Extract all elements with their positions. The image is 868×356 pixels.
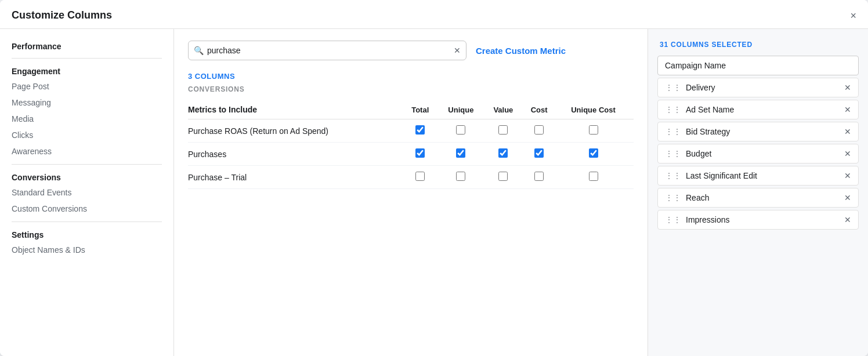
col-header-unique-cost: Unique Cost (559, 100, 634, 119)
col-item-label: Ad Set Name (686, 105, 844, 114)
checkbox-purchases-cost[interactable] (525, 143, 559, 166)
col-header-total: Total (406, 100, 440, 119)
main-content: 🔍 ✕ Create Custom Metric 3 COLUMNS CONVE… (174, 29, 648, 356)
checkbox-purchases-unique[interactable] (440, 143, 487, 166)
drag-handle-icon[interactable]: ⋮⋮ (665, 83, 681, 92)
modal-title: Customize Columns (12, 9, 112, 21)
checkbox-roas-cost[interactable] (525, 119, 559, 143)
col-item-label: Budget (686, 149, 844, 158)
search-input[interactable] (188, 41, 466, 60)
search-bar-row: 🔍 ✕ Create Custom Metric (188, 41, 634, 60)
right-panel: 31 COLUMNS SELECTED Campaign Name ⋮⋮ Del… (648, 29, 868, 356)
checkbox-roas-unique-cost[interactable] (559, 119, 634, 143)
checkbox-trial-unique[interactable] (440, 166, 487, 189)
remove-column-icon[interactable]: ✕ (844, 127, 851, 136)
right-panel-header: 31 COLUMNS SELECTED (648, 38, 868, 56)
table-row: Purchases (188, 143, 634, 166)
sidebar-section-engagement: Engagement (0, 63, 173, 78)
selected-column-impressions: ⋮⋮ Impressions ✕ (657, 210, 859, 230)
search-icon: 🔍 (194, 46, 204, 55)
selected-column-delivery: ⋮⋮ Delivery ✕ (657, 78, 859, 97)
sidebar-section-settings: Settings (0, 227, 173, 242)
drag-handle-icon[interactable]: ⋮⋮ (665, 149, 681, 158)
checkbox-roas-total[interactable] (406, 119, 440, 143)
col-header-value: Value (487, 100, 525, 119)
sidebar-item-awareness[interactable]: Awareness (0, 143, 173, 159)
col-item-label: Campaign Name (665, 61, 851, 70)
sidebar-section-conversions: Conversions (0, 169, 173, 184)
remove-column-icon[interactable]: ✕ (844, 105, 851, 114)
checkbox-trial-unique-cost[interactable] (559, 166, 634, 189)
col-header-cost: Cost (525, 100, 559, 119)
metrics-table: Metrics to Include Total Unique Value Co… (188, 100, 634, 189)
col-header-unique: Unique (440, 100, 487, 119)
drag-handle-icon[interactable]: ⋮⋮ (665, 105, 681, 114)
remove-column-icon[interactable]: ✕ (844, 215, 851, 224)
remove-column-icon[interactable]: ✕ (844, 83, 851, 92)
drag-handle-icon[interactable]: ⋮⋮ (665, 193, 681, 202)
sidebar-item-custom-conversions[interactable]: Custom Conversions (0, 201, 173, 217)
remove-column-icon[interactable]: ✕ (844, 193, 851, 202)
selected-column-ad-set-name: ⋮⋮ Ad Set Name ✕ (657, 100, 859, 119)
checkbox-trial-cost[interactable] (525, 166, 559, 189)
checkbox-trial-total[interactable] (406, 166, 440, 189)
metric-name-purchases: Purchases (188, 143, 406, 166)
sidebar-item-messaging[interactable]: Messaging (0, 95, 173, 111)
col-item-label: Last Significant Edit (686, 171, 844, 180)
sidebar-item-standard-events[interactable]: Standard Events (0, 184, 173, 201)
col-item-label: Delivery (686, 83, 844, 92)
sidebar: Performance Engagement Page Post Messagi… (0, 29, 174, 356)
modal-header: Customize Columns × (0, 0, 868, 29)
create-custom-metric-button[interactable]: Create Custom Metric (476, 46, 566, 56)
drag-handle-icon[interactable]: ⋮⋮ (665, 215, 681, 224)
table-row: Purchase ROAS (Return on Ad Spend) (188, 119, 634, 143)
columns-count-label: 3 COLUMNS (188, 72, 634, 81)
selected-column-last-significant-edit: ⋮⋮ Last Significant Edit ✕ (657, 166, 859, 186)
divider-conversions (12, 221, 162, 222)
selected-column-bid-strategy: ⋮⋮ Bid Strategy ✕ (657, 122, 859, 141)
checkbox-purchases-value[interactable] (487, 143, 525, 166)
customize-columns-modal: Customize Columns × Performance Engageme… (0, 0, 868, 356)
metric-name-purchase-trial: Purchase – Trial (188, 166, 406, 189)
selected-column-budget: ⋮⋮ Budget ✕ (657, 144, 859, 164)
checkbox-purchases-total[interactable] (406, 143, 440, 166)
divider-performance (12, 58, 162, 59)
search-input-wrapper: 🔍 ✕ (188, 41, 466, 60)
selected-column-campaign-name: Campaign Name (657, 56, 859, 75)
section-category-label: CONVERSIONS (188, 85, 634, 93)
checkbox-purchases-unique-cost[interactable] (559, 143, 634, 166)
col-header-metric: Metrics to Include (188, 100, 406, 119)
col-item-label: Reach (686, 193, 844, 202)
col-item-label: Impressions (686, 215, 844, 224)
divider-engagement (12, 164, 162, 165)
search-clear-icon[interactable]: ✕ (454, 46, 461, 55)
sidebar-item-object-names-ids[interactable]: Object Names & IDs (0, 242, 173, 258)
col-item-label: Bid Strategy (686, 127, 844, 136)
sidebar-section-performance: Performance (0, 38, 173, 53)
sidebar-item-clicks[interactable]: Clicks (0, 127, 173, 143)
checkbox-trial-value[interactable] (487, 166, 525, 189)
checkbox-roas-value[interactable] (487, 119, 525, 143)
remove-column-icon[interactable]: ✕ (844, 149, 851, 158)
modal-body: Performance Engagement Page Post Messagi… (0, 29, 868, 356)
drag-handle-icon[interactable]: ⋮⋮ (665, 171, 681, 180)
sidebar-item-page-post[interactable]: Page Post (0, 78, 173, 95)
table-row: Purchase – Trial (188, 166, 634, 189)
selected-column-reach: ⋮⋮ Reach ✕ (657, 188, 859, 208)
close-icon[interactable]: × (850, 10, 856, 21)
checkbox-roas-unique[interactable] (440, 119, 487, 143)
remove-column-icon[interactable]: ✕ (844, 171, 851, 180)
metric-name-purchase-roas: Purchase ROAS (Return on Ad Spend) (188, 119, 406, 143)
sidebar-item-media[interactable]: Media (0, 111, 173, 127)
drag-handle-icon[interactable]: ⋮⋮ (665, 127, 681, 136)
